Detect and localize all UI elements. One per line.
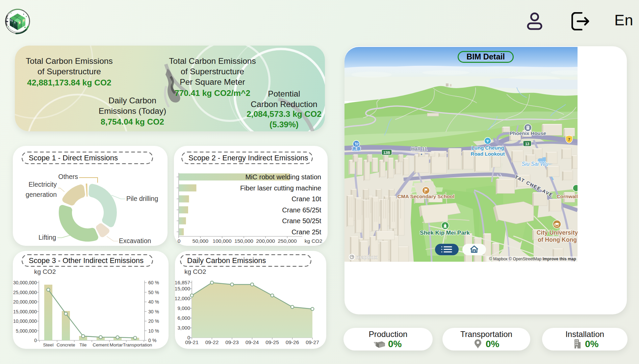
svg-text:09-26: 09-26 [286, 339, 299, 345]
svg-text:09-24: 09-24 [246, 339, 259, 345]
svg-text:16,857: 16,857 [175, 280, 190, 285]
svg-text:200,000: 200,000 [256, 238, 275, 244]
svg-text:Crane 65/25t: Crane 65/25t [282, 206, 321, 214]
svg-text:50 %: 50 % [148, 290, 159, 295]
svg-text:13B: 13B [383, 151, 390, 155]
svg-text:15,000,000: 15,000,000 [13, 309, 37, 314]
svg-text:Transportation: Transportation [123, 342, 152, 347]
svg-text:Lifting: Lifting [39, 234, 56, 241]
svg-text:Cornwall S: Cornwall S [557, 193, 578, 199]
svg-text:CMA Secondary School: CMA Secondary School [398, 193, 455, 199]
svg-text:kg CO2: kg CO2 [184, 268, 206, 275]
svg-text:City University: City University [537, 229, 578, 236]
svg-text:惠康: 惠康 [352, 147, 361, 151]
svg-text:generation: generation [26, 191, 57, 198]
svg-text:mapbox: mapbox [356, 254, 378, 260]
svg-text:250,000: 250,000 [278, 238, 297, 244]
svg-text:25,000,000: 25,000,000 [13, 290, 37, 295]
svg-text:09-23: 09-23 [225, 339, 239, 345]
svg-text:12,000: 12,000 [175, 295, 190, 301]
svg-text:7: 7 [568, 137, 570, 141]
svg-text:© Mapbox © OpenStreetMap Impro: © Mapbox © OpenStreetMap Improve this ma… [489, 257, 576, 261]
svg-text:Tile: Tile [79, 342, 86, 347]
svg-text:10,000,000: 10,000,000 [13, 318, 37, 324]
svg-text:60 %: 60 % [148, 280, 159, 285]
svg-text:of Hong Kong: of Hong Kong [538, 236, 577, 243]
svg-text:kg CO2: kg CO2 [34, 268, 56, 275]
svg-text:Excavation: Excavation [119, 237, 151, 244]
svg-text:13: 13 [525, 142, 529, 146]
svg-text:Others: Others [58, 173, 78, 180]
svg-text:Steel: Steel [43, 342, 54, 347]
svg-text:Hall 11: Hall 11 [411, 146, 427, 152]
svg-text:Crane 50/25t: Crane 50/25t [282, 217, 321, 225]
svg-text:Lung Cheung: Lung Cheung [471, 145, 504, 151]
svg-text:Shek Kip Mei Park: Shek Kip Mei Park [420, 230, 470, 236]
svg-text:Concrete: Concrete [57, 342, 75, 347]
svg-text:30,000,000: 30,000,000 [13, 280, 37, 285]
svg-text:MiC robot welding station: MiC robot welding station [245, 173, 321, 181]
svg-text:09-27: 09-27 [306, 339, 319, 345]
svg-text:Pile drilling: Pile drilling [126, 195, 158, 202]
svg-text:0: 0 [178, 238, 181, 244]
svg-text:40 %: 40 % [148, 299, 159, 305]
svg-text:Fiber laser cutting machine: Fiber laser cutting machine [240, 184, 321, 192]
svg-text:20,000,000: 20,000,000 [13, 299, 37, 305]
svg-text:Cement: Cement [93, 342, 109, 347]
svg-text:150,000: 150,000 [234, 238, 253, 244]
svg-text:Crane 25t: Crane 25t [291, 228, 321, 236]
svg-text:100,000: 100,000 [213, 238, 232, 244]
svg-text:6,000: 6,000 [177, 315, 190, 321]
svg-text:20 %: 20 % [148, 318, 159, 324]
svg-text:0: 0 [34, 338, 37, 343]
svg-text:09-25: 09-25 [265, 339, 279, 345]
svg-text:3,000: 3,000 [177, 325, 190, 331]
svg-text:9,000: 9,000 [177, 305, 190, 311]
svg-text:Crane 10t: Crane 10t [291, 195, 321, 203]
svg-text:10 %: 10 % [148, 328, 159, 334]
svg-text:Mortar: Mortar [109, 342, 123, 347]
svg-text:15,000: 15,000 [175, 286, 190, 291]
svg-text:Siu Sai Wu: Siu Sai Wu [521, 161, 548, 167]
svg-text:09-22: 09-22 [205, 339, 219, 345]
svg-text:30 %: 30 % [148, 309, 159, 314]
svg-text:50,000: 50,000 [193, 238, 209, 244]
svg-text:kg CO2: kg CO2 [305, 238, 323, 244]
svg-text:09-21: 09-21 [185, 339, 199, 345]
svg-text:5,000,000: 5,000,000 [16, 328, 37, 334]
svg-text:Road Lookout: Road Lookout [471, 151, 505, 157]
svg-text:Phoenix House: Phoenix House [510, 130, 546, 136]
svg-text:Electricity: Electricity [29, 181, 57, 188]
